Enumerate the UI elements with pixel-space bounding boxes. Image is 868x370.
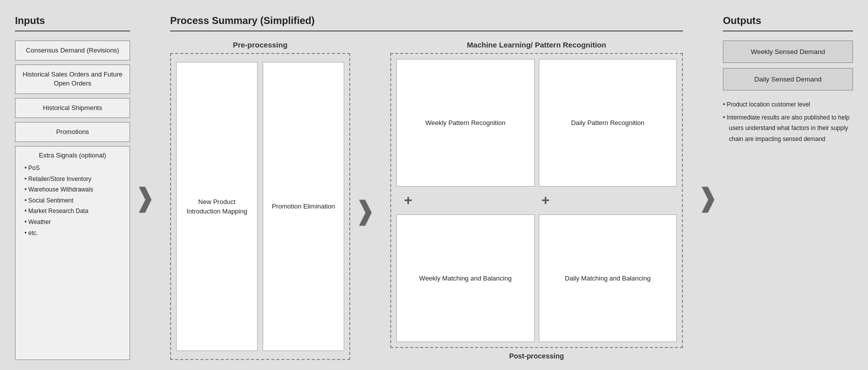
inputs-column: Inputs Consensus Demand (Revisions) Hist… <box>15 15 130 360</box>
list-item: Weather <box>25 217 123 228</box>
list-item: Social Sentiment <box>25 196 123 206</box>
list-item: Retailer/Store Inventory <box>25 174 123 185</box>
input-box-4: Promotions <box>15 122 130 142</box>
ml-header: Machine Learning/ Pattern Recognition <box>467 40 606 49</box>
main-container: Inputs Consensus Demand (Revisions) Hist… <box>0 0 868 370</box>
ml-box-daily-matching: Daily Matching and Balancing <box>539 214 677 342</box>
post-processing-label: Post-processing <box>509 352 564 360</box>
output-note-1: • Product location customer level <box>723 100 853 110</box>
ml-dashed: Weekly Pattern Recognition Daily Pattern… <box>390 53 683 348</box>
outputs-title: Outputs <box>723 15 853 32</box>
inputs-title: Inputs <box>15 15 130 32</box>
extra-signals-title: Extra Signals (optional) <box>23 152 123 159</box>
output-notes: • Product location customer level • Inte… <box>723 100 853 146</box>
output-box-daily: Daily Sensed Demand <box>723 68 853 90</box>
arrow-inputs-to-process: ❱ <box>130 15 160 360</box>
arrow-pre-to-ml: ❱ <box>350 40 380 360</box>
ml-box-daily-pattern: Daily Pattern Recognition <box>539 59 677 186</box>
process-box-promotion: Promotion Elimination <box>263 62 344 351</box>
pre-processing-section: Pre-processing New Product Introduction … <box>170 40 350 360</box>
ml-box-weekly-matching: Weekly Matching and Balancing <box>396 214 535 342</box>
arrow-process-to-outputs: ❱ <box>693 15 723 360</box>
list-item: Market Research Data <box>25 206 123 217</box>
ml-top-row: Weekly Pattern Recognition Daily Pattern… <box>396 59 677 186</box>
extra-signals-list: PoS Retailer/Store Inventory Warehouse W… <box>23 163 123 238</box>
process-inner: Pre-processing New Product Introduction … <box>170 40 683 360</box>
plus-icon-1: + <box>401 192 415 208</box>
extra-signals-box: Extra Signals (optional) PoS Retailer/St… <box>15 146 130 360</box>
output-box-weekly: Weekly Sensed Demand <box>723 40 853 63</box>
process-column: Process Summary (Simplified) Pre-process… <box>160 15 693 360</box>
ml-section: Machine Learning/ Pattern Recognition We… <box>390 40 683 360</box>
input-box-3: Historical Shipments <box>15 98 130 118</box>
input-box-2: Historical Sales Orders and Future Open … <box>15 64 130 94</box>
ml-box-weekly-pattern: Weekly Pattern Recognition <box>396 59 535 186</box>
process-box-new-product: New Product Introduction Mapping <box>176 62 258 351</box>
list-item: PoS <box>25 163 123 174</box>
pre-processing-dashed: New Product Introduction Mapping Promoti… <box>170 53 350 360</box>
list-item: etc. <box>25 228 123 239</box>
process-title: Process Summary (Simplified) <box>170 15 683 32</box>
ml-bottom-row: Weekly Matching and Balancing Daily Matc… <box>396 214 677 342</box>
pre-processing-label: Pre-processing <box>233 40 287 49</box>
plus-icon-2: + <box>539 192 553 208</box>
outputs-column: Outputs Weekly Sensed Demand Daily Sense… <box>723 15 853 360</box>
output-note-2: • Intermediate results are also publishe… <box>723 112 853 145</box>
list-item: Warehouse Withdrawals <box>25 184 123 196</box>
input-box-1: Consensus Demand (Revisions) <box>15 40 130 60</box>
